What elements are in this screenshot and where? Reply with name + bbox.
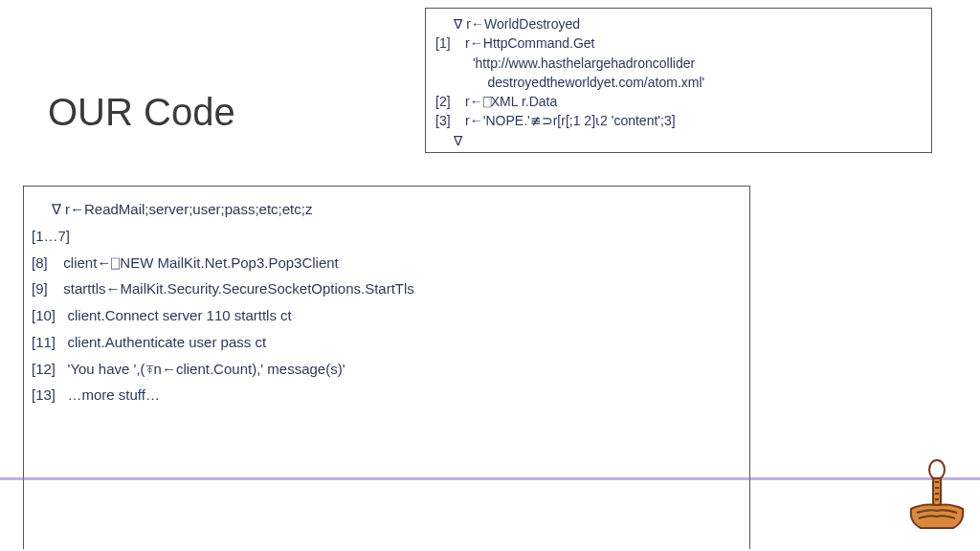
code-line: [8] client←⎕NEW MailKit.Net.Pop3.Pop3Cli… — [32, 250, 742, 276]
svg-point-0 — [929, 460, 945, 479]
code-line: 'http://www.hasthelargehadroncollider — [435, 54, 922, 73]
code-line: [9] starttls←MailKit.Security.SecureSock… — [32, 276, 742, 302]
code-line: [2] r←⎕XML r.Data — [435, 92, 922, 111]
code-line: [1…7] — [32, 223, 742, 250]
code-box-top: ∇ r←WorldDestroyed [1] r←HttpCommand.Get… — [425, 8, 932, 153]
slide-title: OUR Code — [48, 91, 235, 134]
hammer-icon — [907, 459, 967, 534]
code-line: [11] client.Authenticate user pass ct — [32, 329, 742, 356]
code-line: [1] r←HttpCommand.Get — [435, 33, 922, 53]
code-line: ∇ r←WorldDestroyed — [435, 14, 922, 33]
code-line: destroyedtheworldyet.com/atom.xml' — [435, 73, 922, 92]
code-line: ∇ r←ReadMail;server;user;pass;etc;etc;z — [32, 196, 742, 223]
code-line: [13] …more stuff… — [32, 382, 742, 408]
code-line: [10] client.Connect server 110 starttls … — [32, 302, 742, 329]
code-line: [12] 'You have ',(⍕n←client.Count),' mes… — [32, 356, 742, 383]
code-line: [3] r←'NOPE.'≢⊃r[r[;1 2]⍳2 'content';3] — [435, 111, 922, 130]
code-box-main: ∇ r←ReadMail;server;user;pass;etc;etc;z … — [23, 186, 750, 549]
slide-divider — [0, 477, 980, 480]
code-line: ∇ — [435, 131, 922, 150]
